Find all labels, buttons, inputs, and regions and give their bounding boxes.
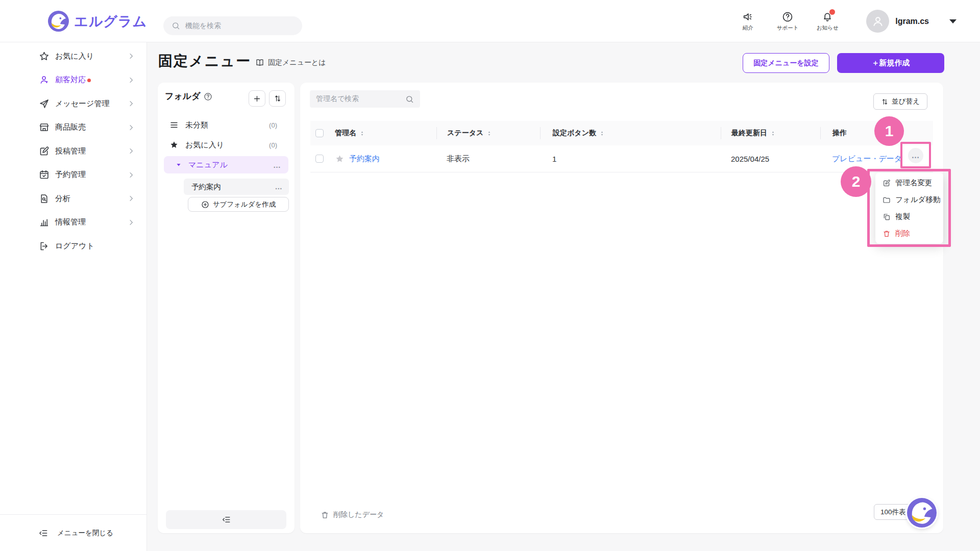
nav-referral[interactable]: 紹介 (731, 11, 764, 32)
menu-item-move-folder[interactable]: フォルダ移動 (875, 191, 943, 208)
search-icon (405, 95, 414, 104)
collapse-panel-icon (222, 515, 231, 524)
app-root: エルグラム 機能を検索 紹介 サポート お知らせ (0, 0, 980, 551)
notification-badge (829, 9, 835, 15)
row-actions-menu-button[interactable]: … (908, 148, 923, 163)
deleted-data-link[interactable]: 削除したデータ (321, 510, 384, 519)
favorite-star-icon[interactable] (335, 154, 345, 164)
logo-text: エルグラム (74, 12, 147, 31)
sidebar-item-products[interactable]: 商品販売 (0, 116, 146, 140)
create-subfolder-button[interactable]: サブフォルダを作成 (188, 197, 289, 212)
column-header-actions: 操作 (832, 129, 847, 138)
collapse-menu-icon (38, 528, 48, 538)
column-header-button-count[interactable]: 設定ボタン数 (553, 129, 596, 138)
list-icon (169, 120, 179, 130)
help-circle-icon[interactable] (204, 92, 212, 101)
row-name-link[interactable]: 予約案内 (349, 154, 380, 164)
logo-bird-icon (907, 498, 937, 528)
table-panel: 管理名で検索 並び替え 管理名 ステータス 設定ボタン数 最終更新日 (300, 83, 943, 533)
star-filled-icon (169, 140, 179, 149)
sidebar-item-favorites[interactable]: お気に入り (0, 44, 146, 68)
sidebar-item-logout[interactable]: ログアウト (0, 234, 146, 258)
table-header-row: 管理名 ステータス 設定ボタン数 最終更新日 操作 (310, 121, 933, 145)
column-header-updated[interactable]: 最終更新日 (731, 129, 767, 138)
nav-notifications-label: お知らせ (817, 24, 839, 32)
nav-notifications[interactable]: お知らせ (811, 11, 844, 32)
row-checkbox[interactable] (315, 155, 324, 163)
menu-item-duplicate[interactable]: 複製 (875, 208, 943, 225)
folder-count: (0) (269, 121, 277, 129)
plus-icon (253, 94, 261, 103)
trash-icon (321, 511, 329, 519)
menu-item-rename[interactable]: 管理名変更 (875, 174, 943, 191)
sidebar-item-customer-support[interactable]: 顧客対応 (0, 68, 146, 92)
create-new-button[interactable]: ＋新規作成 (837, 53, 944, 73)
sidebar-item-information[interactable]: 情報管理 (0, 211, 146, 235)
document-search-icon (39, 193, 50, 204)
row-status: 非表示 (447, 154, 470, 164)
folder-menu-trigger[interactable]: … (273, 161, 281, 169)
sidebar-item-analytics[interactable]: 分析 (0, 187, 146, 211)
sidebar-item-messages[interactable]: メッセージ管理 (0, 92, 146, 116)
column-header-name[interactable]: 管理名 (335, 129, 356, 138)
chat-widget-button[interactable] (907, 498, 937, 528)
row-preview-data-link[interactable]: プレビュー・データ (832, 154, 902, 164)
store-icon (39, 122, 50, 133)
question-circle-icon (782, 11, 793, 22)
chevron-right-icon (127, 76, 135, 84)
folder-item-favorites[interactable]: お気に入り (0) (164, 136, 288, 154)
chevron-right-icon (127, 218, 135, 227)
row-button-count: 1 (552, 155, 556, 163)
folder-item-manual[interactable]: マニュアル … (164, 156, 288, 173)
app-logo[interactable]: エルグラム (48, 11, 147, 32)
chevron-right-icon (127, 52, 135, 60)
bar-chart-icon (39, 217, 50, 228)
top-nav: 紹介 サポート お知らせ lgram.cs (731, 0, 980, 42)
caret-down-icon (176, 162, 182, 168)
column-sort-icon[interactable] (599, 131, 605, 136)
trash-icon (883, 230, 891, 238)
column-sort-icon[interactable] (359, 131, 365, 136)
select-all-checkbox[interactable] (315, 129, 324, 137)
close-menu-button[interactable]: メニューを閉じる (0, 514, 146, 551)
row-context-menu: 管理名変更 フォルダ移動 複製 削除 (875, 172, 943, 244)
unread-dot (87, 79, 91, 82)
nav-support[interactable]: サポート (771, 11, 804, 32)
sidebar-item-posts[interactable]: 投稿管理 (0, 139, 146, 163)
global-search-input[interactable]: 機能を検索 (163, 16, 302, 35)
sort-folders-button[interactable] (269, 90, 286, 107)
set-fixed-menu-button[interactable]: 固定メニューを設定 (743, 53, 829, 73)
help-link[interactable]: 固定メニューとは (255, 58, 326, 67)
calendar-icon (39, 169, 50, 180)
page-title: 固定メニュー (158, 52, 251, 71)
edit-icon (883, 179, 891, 187)
table-search-input[interactable]: 管理名で検索 (310, 90, 420, 108)
add-folder-button[interactable] (249, 90, 265, 107)
table-search-placeholder: 管理名で検索 (316, 94, 405, 104)
logout-icon (39, 241, 50, 252)
column-sort-icon[interactable] (770, 131, 776, 136)
sidebar-item-reservations[interactable]: 予約管理 (0, 163, 146, 187)
column-header-status[interactable]: ステータス (447, 129, 483, 138)
column-sort-icon[interactable] (486, 131, 492, 136)
nav-support-label: サポート (777, 24, 799, 32)
chevron-down-icon (949, 19, 957, 23)
book-icon (255, 58, 264, 67)
folder-panel-title: フォルダ (165, 90, 201, 102)
menu-item-delete[interactable]: 削除 (875, 225, 943, 242)
plus-circle-icon (201, 201, 209, 209)
chevron-right-icon (127, 123, 135, 132)
collapse-folder-panel-button[interactable] (166, 510, 286, 529)
avatar (866, 10, 889, 33)
subfolder-item-reservation-guide[interactable]: 予約案内 … (184, 179, 289, 195)
chevron-right-icon (127, 171, 135, 179)
megaphone-icon (742, 11, 753, 22)
folder-item-uncategorized[interactable]: 未分類 (0) (164, 116, 288, 134)
user-menu[interactable]: lgram.cs (866, 10, 957, 33)
global-search-placeholder: 機能を検索 (185, 21, 221, 31)
table-sort-button[interactable]: 並び替え (873, 93, 927, 110)
user-name: lgram.cs (895, 17, 929, 26)
chevron-right-icon (127, 147, 135, 155)
folder-menu-trigger[interactable]: … (275, 183, 283, 191)
folder-icon (883, 196, 891, 204)
